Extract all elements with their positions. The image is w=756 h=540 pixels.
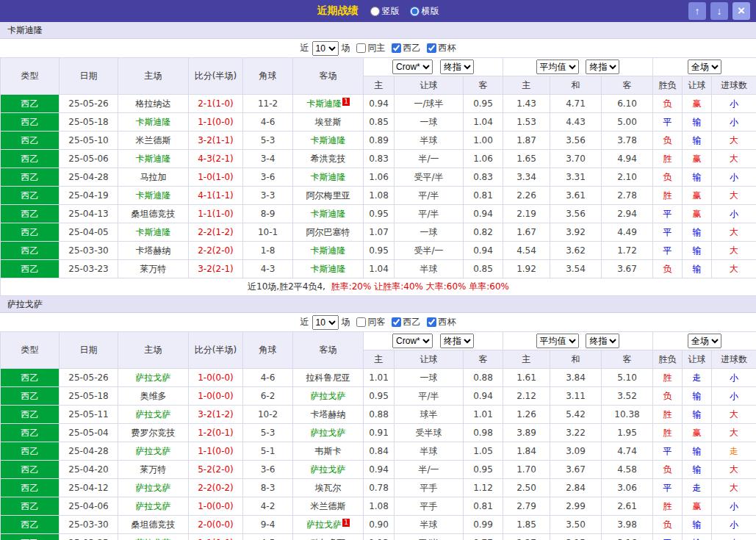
team-name[interactable]: 希洪竞技: [311, 154, 346, 164]
team-name[interactable]: 萨拉戈萨: [311, 391, 346, 401]
team-name[interactable]: 卡斯迪隆: [136, 117, 171, 127]
team-name[interactable]: 卡斯迪隆: [311, 172, 346, 182]
away-team-cell[interactable]: 埃登斯: [293, 113, 364, 132]
bookmaker-select[interactable]: Crow*: [392, 334, 433, 348]
cup-checkbox-label[interactable]: 西杯: [421, 42, 456, 54]
home-team-cell[interactable]: 卡塔赫纳: [118, 242, 189, 260]
match-count-select[interactable]: 10: [312, 315, 339, 330]
away-team-cell[interactable]: 萨拉戈萨1: [293, 516, 364, 534]
cup-checkbox-label[interactable]: 西杯: [421, 316, 456, 328]
away-team-cell[interactable]: 卡斯迪隆: [293, 132, 364, 150]
match-count-select[interactable]: 10: [312, 41, 339, 56]
away-team-cell[interactable]: 卡斯迪隆: [293, 205, 364, 223]
league-checkbox-label[interactable]: 西乙: [386, 42, 421, 54]
average-select[interactable]: 平均值: [536, 60, 579, 74]
team-name[interactable]: 萨拉戈萨: [136, 409, 171, 420]
away-team-cell[interactable]: 科尔多瓦: [293, 534, 364, 540]
team-name[interactable]: 阿尔巴塞特: [306, 227, 350, 237]
team-name[interactable]: 拉科鲁尼亚: [306, 372, 350, 383]
team-name[interactable]: 科尔多瓦: [311, 538, 346, 540]
league-checkbox[interactable]: [392, 43, 401, 53]
home-team-cell[interactable]: 格拉纳达: [118, 95, 189, 113]
score-cell[interactable]: 1-0(1-0): [189, 168, 243, 187]
home-team-cell[interactable]: 萨拉戈萨: [118, 369, 189, 387]
away-team-cell[interactable]: 萨拉戈萨: [293, 424, 364, 442]
team-name[interactable]: 卡斯迪隆: [306, 98, 342, 109]
home-team-cell[interactable]: 莱万特: [118, 260, 189, 278]
away-team-cell[interactable]: 卡斯迪隆: [293, 242, 364, 260]
score-cell[interactable]: 2-2(0-2): [189, 479, 243, 497]
away-team-cell[interactable]: 卡斯迪隆: [293, 260, 364, 278]
team-name[interactable]: 卡斯迪隆: [311, 245, 346, 256]
cup-checkbox[interactable]: [427, 43, 436, 53]
away-team-cell[interactable]: 卡塔赫纳: [293, 406, 364, 424]
team-name[interactable]: 萨拉戈萨: [311, 428, 346, 438]
cup-checkbox[interactable]: [427, 317, 436, 327]
home-team-cell[interactable]: 桑坦德竞技: [118, 205, 189, 223]
score-cell[interactable]: 2-2(1-2): [189, 223, 243, 242]
score-cell[interactable]: 3-2(1-2): [189, 406, 243, 424]
home-team-cell[interactable]: 卡斯迪隆: [118, 187, 189, 205]
fulltime-select[interactable]: 全场: [688, 334, 721, 348]
away-team-cell[interactable]: 米兰德斯: [293, 497, 364, 516]
team-name[interactable]: 埃瓦尔: [315, 483, 342, 493]
team-name[interactable]: 格拉纳达: [136, 98, 171, 109]
move-down-button[interactable]: ↓: [710, 2, 728, 20]
away-team-cell[interactable]: 希洪竞技: [293, 150, 364, 168]
score-cell[interactable]: 1-0(0-0): [189, 369, 243, 387]
away-team-cell[interactable]: 阿尔梅里亚: [293, 187, 364, 205]
team-name[interactable]: 米兰德斯: [311, 501, 346, 511]
team-name[interactable]: 桑坦德竞技: [132, 519, 176, 530]
team-name[interactable]: 卡塔赫纳: [311, 409, 346, 420]
average-select[interactable]: 平均值: [536, 334, 579, 348]
score-cell[interactable]: 1-2(0-1): [189, 424, 243, 442]
team-name[interactable]: 埃登斯: [315, 117, 342, 127]
same-away-checkbox[interactable]: [356, 317, 366, 327]
team-name[interactable]: 卡斯迪隆: [311, 264, 346, 274]
score-cell[interactable]: 2-2(2-0): [189, 242, 243, 260]
home-team-cell[interactable]: 马拉加: [118, 168, 189, 187]
team-name[interactable]: 奥维多: [140, 391, 167, 401]
away-team-cell[interactable]: 卡斯迪隆1: [293, 95, 364, 113]
fulltime-select[interactable]: 全场: [688, 60, 721, 74]
team-name[interactable]: 莱万特: [140, 264, 167, 274]
score-cell[interactable]: 1-1(0-0): [189, 113, 243, 132]
same-away-checkbox-label[interactable]: 同客: [350, 316, 386, 328]
score-cell[interactable]: 3-2(2-1): [189, 260, 243, 278]
team-name[interactable]: 萨拉戈萨: [311, 464, 346, 475]
away-team-cell[interactable]: 拉科鲁尼亚: [293, 369, 364, 387]
team-name[interactable]: 萨拉戈萨: [306, 519, 342, 530]
away-team-cell[interactable]: 埃瓦尔: [293, 479, 364, 497]
team-name[interactable]: 萨拉戈萨: [136, 446, 171, 456]
home-team-cell[interactable]: 桑坦德竞技: [118, 516, 189, 534]
odds-time-select[interactable]: 终指: [440, 60, 474, 74]
home-team-cell[interactable]: 萨拉戈萨: [118, 497, 189, 516]
score-cell[interactable]: 4-1(1-1): [189, 187, 243, 205]
same-home-checkbox-label[interactable]: 同主: [350, 42, 386, 54]
home-team-cell[interactable]: 卡斯迪隆: [118, 150, 189, 168]
home-team-cell[interactable]: 萨拉戈萨: [118, 479, 189, 497]
move-up-button[interactable]: ↑: [688, 2, 706, 20]
team-name[interactable]: 卡斯迪隆: [136, 154, 171, 164]
score-cell[interactable]: 1-1(0-0): [189, 442, 243, 461]
score-cell[interactable]: 1-1(0-0): [189, 534, 243, 540]
avg-time-select[interactable]: 终指: [586, 334, 619, 348]
team-name[interactable]: 萨拉戈萨: [136, 483, 171, 493]
team-name[interactable]: 米兰德斯: [136, 135, 171, 145]
league-checkbox-label[interactable]: 西乙: [386, 316, 421, 328]
home-team-cell[interactable]: 莱万特: [118, 461, 189, 479]
score-cell[interactable]: 4-3(2-1): [189, 150, 243, 168]
same-home-checkbox[interactable]: [356, 43, 366, 53]
home-team-cell[interactable]: 萨拉戈萨: [118, 534, 189, 540]
league-checkbox[interactable]: [392, 317, 401, 327]
team-name[interactable]: 卡斯迪隆: [311, 209, 346, 219]
close-icon[interactable]: ×: [732, 2, 750, 20]
avg-time-select[interactable]: 终指: [586, 60, 619, 74]
score-cell[interactable]: 5-2(2-0): [189, 461, 243, 479]
team-name[interactable]: 阿尔梅里亚: [306, 190, 350, 201]
away-team-cell[interactable]: 萨拉戈萨: [293, 461, 364, 479]
score-cell[interactable]: 2-1(1-0): [189, 95, 243, 113]
odds-time-select[interactable]: 终指: [440, 334, 474, 348]
home-team-cell[interactable]: 奥维多: [118, 387, 189, 406]
away-team-cell[interactable]: 萨拉戈萨: [293, 387, 364, 406]
